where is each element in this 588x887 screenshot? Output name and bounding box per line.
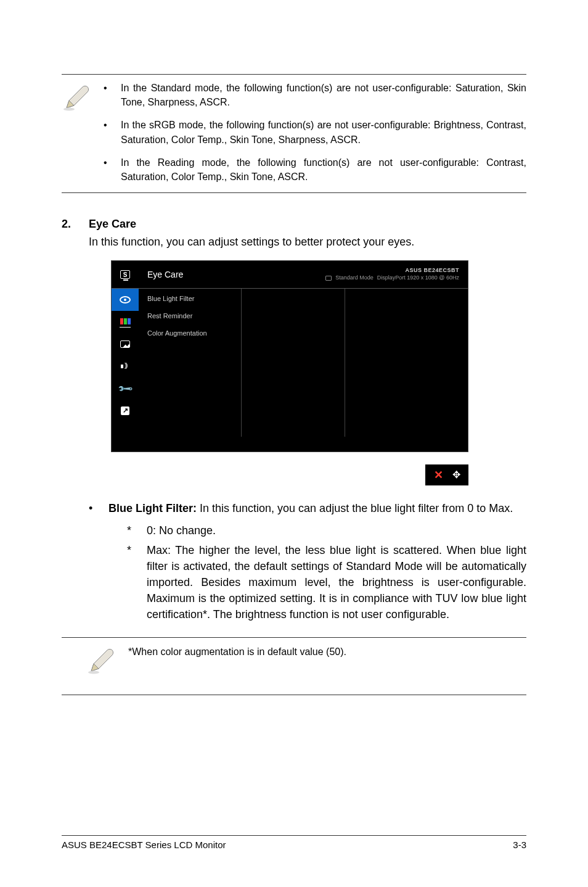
note-list: •In the Standard mode, the following fun… <box>104 81 526 184</box>
section-title: Eye Care <box>89 218 136 231</box>
osd-model: ASUS BE24ECSBT <box>325 267 459 274</box>
pencil-icon <box>62 83 91 115</box>
wrench-icon: 🔧 <box>117 381 133 396</box>
arrow-icon: ↗ <box>121 406 129 415</box>
osd-value-column <box>345 289 468 437</box>
osd-tab-shortcut-icon[interactable]: ↗ <box>112 400 139 422</box>
note-item: In the Standard mode, the following func… <box>121 81 526 109</box>
osd-resolution: DisplayPort 1920 x 1080 @ 60Hz <box>377 274 459 282</box>
close-button[interactable]: ✕ <box>434 468 443 482</box>
footnote-text: *When color augmentation is in default v… <box>128 644 346 658</box>
monitor-icon <box>325 276 332 281</box>
section-heading: 2. Eye Care <box>62 218 526 231</box>
osd-tab-setup-icon[interactable]: 🔧 <box>112 377 139 400</box>
osd-status: ASUS BE24ECSBT Standard Mode DisplayPort… <box>325 267 459 281</box>
osd-tab-color-icon[interactable] <box>112 311 139 333</box>
osd-tab-splendid-icon[interactable]: S <box>120 263 130 286</box>
rgb-icon <box>120 316 131 328</box>
body-bullet-list: • Blue Light Filter: In this function, y… <box>89 500 526 623</box>
sublist-item: Max: The higher the level, the less blue… <box>147 542 526 622</box>
blue-light-filter-bullet: Blue Light Filter: In this function, you… <box>108 500 526 516</box>
note-item: In the sRGB mode, the following function… <box>121 118 526 146</box>
footer-right: 3-3 <box>513 840 526 850</box>
svg-point-0 <box>63 108 75 111</box>
osd-menu-item[interactable]: Rest Reminder <box>139 307 241 324</box>
image-icon <box>120 340 130 348</box>
s-icon: S <box>120 270 130 279</box>
osd-tab-sound-icon[interactable] <box>112 355 139 377</box>
note-item: In the Reading mode, the following funct… <box>121 155 526 184</box>
section-number: 2. <box>62 218 76 231</box>
osd-title: Eye Care <box>147 270 183 279</box>
osd-menu-item[interactable]: Color Augmentation <box>139 324 241 342</box>
osd-menu-item[interactable]: Blue Light Filter <box>139 290 241 307</box>
page-footer: ASUS BE24ECSBT Series LCD Monitor 3-3 <box>62 835 526 850</box>
osd-buttons: ✕ ✥ <box>425 464 468 485</box>
sublist-item: 0: No change. <box>147 522 526 538</box>
nav-button[interactable]: ✥ <box>452 469 460 481</box>
eye-icon <box>120 296 131 303</box>
osd-tab-eyecare-icon[interactable] <box>112 289 139 311</box>
note-block-footnote: *When color augmentation is in default v… <box>62 637 526 695</box>
osd-tab-image-icon[interactable] <box>112 333 139 355</box>
osd-menu-column: Blue Light Filter Rest Reminder Color Au… <box>139 289 242 437</box>
sound-icon <box>121 363 129 370</box>
svg-point-1 <box>88 671 99 674</box>
section-description: In this function, you can adjust setting… <box>89 234 526 249</box>
osd-screenshot: S Eye Care ASUS BE24ECSBT Standard Mode … <box>111 260 468 452</box>
sub-list: *0: No change. *Max: The higher the leve… <box>127 522 526 623</box>
pencil-icon <box>86 646 116 679</box>
osd-submenu-column <box>242 289 345 437</box>
note-block: •In the Standard mode, the following fun… <box>62 74 526 193</box>
footer-left: ASUS BE24ECSBT Series LCD Monitor <box>62 840 226 850</box>
osd-mode: Standard Mode <box>335 274 374 282</box>
